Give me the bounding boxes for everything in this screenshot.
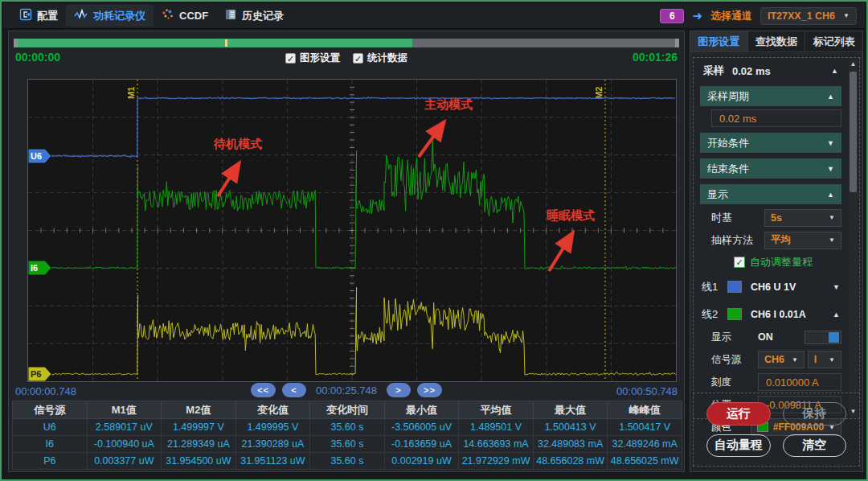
table-header: 变化时间: [310, 401, 385, 419]
line1-row[interactable]: 线1 CH6 U 1V ▼: [700, 277, 841, 297]
view-toggles: ✓ 图形设置 ✓ 统计数据: [9, 51, 684, 65]
stats-checkbox[interactable]: ✓ 统计数据: [353, 51, 407, 65]
measurement-table: 信号源M1值M2值变化值变化时间最小值平均值最大值峰峰值U62.589017 u…: [12, 401, 682, 470]
svg-text:I6: I6: [31, 263, 38, 273]
forward-button[interactable]: >: [387, 383, 411, 397]
tab-config[interactable]: 配置: [11, 5, 66, 27]
hold-button[interactable]: 保持: [783, 402, 847, 426]
group-display[interactable]: 显示 ▲: [700, 184, 841, 204]
line2-row[interactable]: 线2 CH6 I 0.01A ▲: [700, 304, 841, 324]
tab-power-recorder[interactable]: 功耗记录仪: [66, 5, 154, 27]
autorange-button[interactable]: 自动量程: [706, 434, 771, 458]
source-type-dropdown[interactable]: I ▼: [808, 351, 841, 368]
table-row[interactable]: U62.589017 uV1.499997 V1.499995 V35.60 s…: [13, 419, 682, 436]
sample-period-input[interactable]: 0.02 ms: [711, 109, 841, 127]
table-cell: 2.589017 uV: [87, 419, 162, 436]
source-channel-dropdown[interactable]: CH6 ▼: [758, 351, 805, 368]
table-cell: 0.003377 uW: [87, 453, 162, 470]
table-row[interactable]: I6-0.100940 uA21.289349 uA21.390289 uA35…: [13, 436, 682, 453]
progress-track[interactable]: [18, 39, 675, 47]
chevron-down-icon: ▼: [829, 214, 835, 221]
group-sample-period[interactable]: 采样周期 ▲: [700, 86, 841, 106]
table-cell: -0.100940 uA: [87, 436, 162, 453]
chevron-up-icon: ▲: [827, 191, 834, 199]
tab-history[interactable]: 历史记录: [216, 5, 292, 27]
line1-label: 线1: [702, 280, 727, 294]
fast-backward-button[interactable]: <<: [251, 383, 276, 397]
line2-show-toggle[interactable]: [805, 331, 841, 344]
sample-value: 0.02 ms: [732, 65, 771, 77]
table-cell: 1.500417 V: [608, 419, 682, 436]
chevron-up-icon: ▲: [833, 310, 840, 319]
table-cell: 32.489246 mA: [608, 436, 682, 453]
ccdf-dots-icon: [162, 8, 174, 23]
table-header: 最大值: [533, 401, 608, 419]
time-navigation: << < 00:00:25.748 > >>: [9, 383, 684, 397]
svg-text:P6: P6: [31, 369, 41, 379]
annotation-text: 待机模式: [213, 137, 262, 150]
backward-button[interactable]: <: [282, 383, 306, 397]
chevron-down-icon: ▼: [833, 283, 840, 291]
line2-color-swatch: [727, 308, 742, 320]
chevron-down-icon: ▼: [829, 356, 835, 364]
table-row[interactable]: P60.003377 uW31.954500 uW31.951123 uW35.…: [13, 453, 682, 470]
line2-source-label: 信号源: [711, 353, 758, 367]
chevron-down-icon: ▼: [827, 139, 834, 147]
line1-value: CH6 U 1V: [751, 282, 796, 293]
view-center-time: 00:00:25.748: [316, 384, 377, 397]
channel-select-dropdown[interactable]: IT27XX_1 CH6 ▼: [760, 7, 857, 25]
progress-right-cap[interactable]: [675, 39, 679, 47]
tab-graph-settings[interactable]: 图形设置: [690, 31, 748, 51]
tab-marker-list[interactable]: 标记列表: [805, 31, 862, 51]
progress-marker[interactable]: [225, 39, 227, 47]
line1-color-swatch: [727, 281, 742, 293]
toolbar: 配置 功耗记录仪 CCDF 历史记录 6 ➜ 选择通道 IT27XX_1 CH6…: [3, 3, 865, 29]
table-cell: -0.163659 uA: [384, 436, 459, 453]
table-cell: 31.951123 uW: [235, 453, 310, 470]
table-cell: 1.489501 V: [459, 419, 534, 436]
waveform-chart[interactable]: M1M2U6I6P6待机模式主动模式睡眠模式: [27, 79, 677, 382]
source-channel-value: CH6: [764, 354, 784, 365]
settings-scroll-area: 采样 0.02 ms ▲ 采样周期 ▲ 0.02 ms 开始条件 ▼ 结束条件 …: [693, 57, 860, 419]
group-start-condition[interactable]: 开始条件 ▼: [700, 133, 841, 153]
group-end-condition[interactable]: 结束条件 ▼: [700, 158, 841, 179]
run-button[interactable]: 运行: [706, 402, 771, 426]
group-end-condition-label: 结束条件: [707, 162, 749, 176]
waveform-icon: [74, 8, 88, 23]
table-cell: 1.499997 V: [162, 419, 236, 436]
table-cell: 1.499995 V: [235, 419, 310, 436]
table-header: 平均值: [459, 401, 534, 419]
channel-count-badge: 6: [660, 9, 684, 23]
scrollbar-thumb[interactable]: [850, 72, 857, 192]
tab-find-data[interactable]: 查找数据: [748, 31, 806, 51]
scrollbar-up-icon[interactable]: ▲: [849, 60, 858, 69]
table-cell: P6: [13, 453, 88, 470]
control-buttons: 运行 保持 自动量程 清空: [693, 393, 860, 467]
settings-tabs: 图形设置 查找数据 标记列表: [690, 31, 862, 52]
sample-summary-row[interactable]: 采样 0.02 ms ▲: [700, 61, 841, 80]
graph-settings-checkbox[interactable]: ✓ 图形设置: [285, 51, 340, 65]
scale-input[interactable]: 0.010000 A: [758, 373, 841, 391]
graph-settings-label: 图形设置: [300, 51, 340, 65]
checkbox-checked-icon: ✓: [285, 53, 296, 64]
cursor-label-M1: M1: [126, 87, 136, 99]
timebase-dropdown[interactable]: 5s ▼: [764, 209, 841, 227]
line2-show-label: 显示: [711, 331, 758, 344]
chevron-down-icon: ▼: [829, 236, 835, 244]
table-header: M2值: [162, 401, 236, 419]
settings-scrollbar[interactable]: ▲ ▼: [849, 60, 858, 417]
sample-label: 采样: [703, 64, 724, 78]
table-header: 峰峰值: [608, 401, 682, 419]
table-cell: 21.289349 uA: [162, 436, 236, 453]
playback-progress-bar[interactable]: [14, 39, 679, 47]
checkbox-checked-icon: ✓: [353, 53, 363, 64]
settings-panel: 图形设置 查找数据 标记列表 采样 0.02 ms ▲ 采样周期 ▲ 0.02 …: [690, 31, 863, 472]
sampling-method-dropdown[interactable]: 平均 ▼: [764, 232, 841, 249]
checkbox-checked-icon: ✓: [734, 257, 745, 268]
clear-button[interactable]: 清空: [783, 434, 847, 458]
tab-ccdf[interactable]: CCDF: [154, 5, 216, 27]
fast-forward-button[interactable]: >>: [417, 383, 442, 397]
chevron-down-icon: ▼: [827, 165, 834, 173]
auto-adjust-range-checkbox[interactable]: ✓ 自动调整量程: [734, 255, 841, 269]
table-cell: 35.60 s: [310, 453, 385, 470]
